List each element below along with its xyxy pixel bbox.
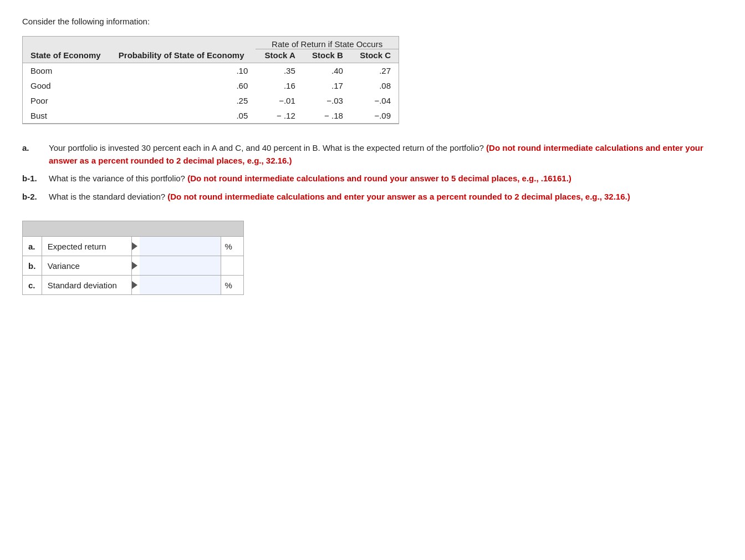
- answer-field-label: Standard deviation: [42, 276, 131, 295]
- prob-cell: .60: [111, 78, 256, 93]
- table-row: Boom .10 .35 .40 .27: [23, 63, 399, 79]
- answer-field-label: Variance: [42, 256, 131, 276]
- question-b2: b-2. What is the standard deviation? (Do…: [22, 191, 723, 203]
- question-b1-label: b-1.: [22, 172, 49, 185]
- stockC-cell: −.09: [351, 108, 399, 124]
- unit-cell: [221, 256, 244, 276]
- stockC-cell: .08: [351, 78, 399, 93]
- col-stockB-header: Stock B: [303, 49, 351, 63]
- input-arrow-icon: [132, 281, 137, 289]
- question-b1: b-1. What is the variance of this portfo…: [22, 172, 723, 185]
- stockC-cell: .27: [351, 63, 399, 79]
- answer-input-cell[interactable]: [131, 276, 221, 295]
- question-b1-body: What is the variance of this portfolio?: [49, 174, 185, 183]
- stockA-cell: .35: [256, 63, 303, 79]
- question-b2-text: What is the standard deviation? (Do not …: [49, 191, 723, 203]
- answer-input-2[interactable]: [140, 276, 221, 294]
- stockC-cell: −.04: [351, 93, 399, 108]
- stockA-cell: −.01: [256, 93, 303, 108]
- input-arrow-icon: [132, 262, 137, 269]
- prob-cell: .05: [111, 108, 256, 124]
- answer-row: a. Expected return %: [23, 237, 244, 256]
- table-row: Poor .25 −.01 −.03 −.04: [23, 93, 399, 108]
- answer-input-0[interactable]: [140, 237, 221, 256]
- table-row: Bust .05 − .12 − .18 −.09: [23, 108, 399, 124]
- question-a-text: Your portfolio is invested 30 percent ea…: [49, 142, 723, 167]
- col-state-empty: [23, 37, 111, 49]
- stockA-cell: − .12: [256, 108, 303, 124]
- question-b2-label: b-2.: [22, 191, 49, 203]
- table-header-top: Rate of Return if State Occurs: [23, 37, 399, 49]
- answer-input-1[interactable]: [140, 256, 221, 275]
- intro-text: Consider the following information:: [22, 17, 723, 26]
- question-b2-emphasis: (Do not round intermediate calculations …: [167, 192, 630, 201]
- question-b1-text: What is the variance of this portfolio? …: [49, 172, 723, 185]
- col-stockC-header: Stock C: [351, 49, 399, 63]
- table-row: Good .60 .16 .17 .08: [23, 78, 399, 93]
- state-cell: Bust: [23, 108, 111, 124]
- question-a-body: Your portfolio is invested 30 percent ea…: [49, 143, 484, 152]
- question-b2-body: What is the standard deviation?: [49, 192, 165, 201]
- data-table-wrapper: Rate of Return if State Occurs State of …: [22, 36, 723, 124]
- input-arrow-icon: [132, 242, 137, 250]
- prob-cell: .25: [111, 93, 256, 108]
- rate-of-return-header: Rate of Return if State Occurs: [256, 37, 399, 49]
- answer-row-label: a.: [23, 237, 42, 256]
- stockA-cell: .16: [256, 78, 303, 93]
- table-header-bottom: State of Economy Probability of State of…: [23, 49, 399, 63]
- answer-table-wrapper: a. Expected return % b. Variance c. Stan…: [22, 221, 723, 295]
- answer-row: b. Variance: [23, 256, 244, 276]
- stockB-cell: .40: [303, 63, 351, 79]
- answer-row: c. Standard deviation %: [23, 276, 244, 295]
- answer-table-header-row: [23, 221, 244, 237]
- answer-row-label: c.: [23, 276, 42, 295]
- stockB-cell: .17: [303, 78, 351, 93]
- question-a-label: a.: [22, 142, 49, 167]
- col-state-header: State of Economy: [23, 49, 111, 63]
- data-table: Rate of Return if State Occurs State of …: [22, 36, 399, 124]
- col-prob-empty: [111, 37, 256, 49]
- unit-cell: %: [221, 237, 244, 256]
- unit-cell: %: [221, 276, 244, 295]
- answer-input-cell[interactable]: [131, 237, 221, 256]
- answer-table-body: a. Expected return % b. Variance c. Stan…: [23, 237, 244, 295]
- question-a: a. Your portfolio is invested 30 percent…: [22, 142, 723, 167]
- stockB-cell: − .18: [303, 108, 351, 124]
- col-stockA-header: Stock A: [256, 49, 303, 63]
- prob-cell: .10: [111, 63, 256, 79]
- data-table-body: Boom .10 .35 .40 .27 Good .60 .16 .17 .0…: [23, 63, 399, 124]
- questions-section: a. Your portfolio is invested 30 percent…: [22, 142, 723, 203]
- answer-table: a. Expected return % b. Variance c. Stan…: [22, 221, 244, 295]
- answer-table-header: [23, 221, 244, 237]
- answer-field-label: Expected return: [42, 237, 131, 256]
- state-cell: Good: [23, 78, 111, 93]
- answer-input-cell[interactable]: [131, 256, 221, 276]
- question-b1-emphasis: (Do not round intermediate calculations …: [187, 174, 571, 183]
- answer-row-label: b.: [23, 256, 42, 276]
- col-prob-header: Probability of State of Economy: [111, 49, 256, 63]
- state-cell: Boom: [23, 63, 111, 79]
- stockB-cell: −.03: [303, 93, 351, 108]
- state-cell: Poor: [23, 93, 111, 108]
